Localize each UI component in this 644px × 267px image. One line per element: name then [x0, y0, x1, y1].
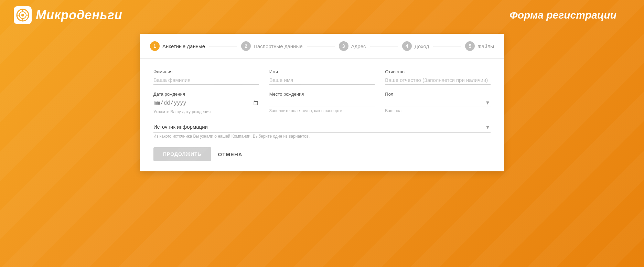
step-4[interactable]: 4 Доход: [402, 41, 429, 51]
step-connector-1: [209, 46, 237, 46]
row-birth: Дата рождения Укажите Вашу дату рождения…: [153, 92, 491, 114]
step-connector-3: [370, 46, 398, 46]
row-name: Фамилия Имя Отчество: [153, 69, 491, 85]
birth-place-label: Место рождения: [269, 92, 375, 97]
middle-name-input[interactable]: [385, 76, 491, 85]
birth-date-hint: Укажите Вашу дату рождения: [153, 109, 259, 114]
gender-hint: Ваш пол: [385, 108, 491, 113]
logo-text: Микроденьги: [36, 8, 122, 22]
registration-form: 1 Анкетные данные 2 Паспортные данные 3 …: [140, 34, 504, 171]
step-5-number: 5: [465, 41, 475, 51]
step-3-label: Адрес: [351, 43, 366, 49]
birth-date-label: Дата рождения: [153, 92, 259, 97]
step-5[interactable]: 5 Файлы: [465, 41, 494, 51]
birth-place-input[interactable]: [269, 98, 375, 107]
step-4-number: 4: [402, 41, 412, 51]
page-title: Форма регистрации: [509, 9, 630, 21]
first-name-label: Имя: [269, 69, 375, 74]
buttons-row: ПРОДОЛЖИТЬ ОТМЕНА: [140, 139, 504, 161]
steps-bar: 1 Анкетные данные 2 Паспортные данные 3 …: [140, 34, 504, 59]
source-row: Источник информации Интернет Реклама Зна…: [153, 121, 491, 139]
step-1-number: 1: [150, 41, 160, 51]
birth-date-group: Дата рождения Укажите Вашу дату рождения: [153, 92, 259, 114]
gender-select[interactable]: Мужской Женский: [385, 98, 491, 107]
cancel-button[interactable]: ОТМЕНА: [218, 151, 243, 157]
form-body: Фамилия Имя Отчество Дата рождения: [140, 59, 504, 139]
step-3[interactable]: 3 Адрес: [339, 41, 366, 51]
gender-label: Пол: [385, 92, 491, 97]
last-name-group: Фамилия: [153, 69, 259, 85]
birth-place-group: Место рождения Заполните поле точно, как…: [269, 92, 375, 114]
step-connector-4: [433, 46, 461, 46]
source-select-wrapper: Источник информации Интернет Реклама Зна…: [153, 121, 491, 133]
first-name-input[interactable]: [269, 76, 375, 85]
continue-button[interactable]: ПРОДОЛЖИТЬ: [153, 147, 211, 161]
info-source-select[interactable]: Источник информации Интернет Реклама Зна…: [153, 121, 491, 132]
step-connector-2: [307, 46, 335, 46]
middle-name-group: Отчество: [385, 69, 491, 85]
logo: Микроденьги: [14, 6, 122, 24]
first-name-group: Имя: [269, 69, 375, 85]
step-2[interactable]: 2 Паспортные данные: [241, 41, 302, 51]
step-3-number: 3: [339, 41, 348, 51]
step-2-label: Паспортные данные: [254, 43, 302, 49]
birth-date-wrapper: [153, 98, 259, 108]
step-2-number: 2: [241, 41, 251, 51]
gender-select-wrapper: Мужской Женский ▾: [385, 98, 491, 107]
logo-icon: [14, 6, 32, 24]
step-1[interactable]: 1 Анкетные данные: [150, 41, 205, 51]
birth-place-hint: Заполните поле точно, как в паспорте: [269, 108, 375, 113]
source-hint: Из какого источника Вы узнали о нашей Ко…: [153, 134, 310, 139]
last-name-input[interactable]: [153, 76, 259, 85]
gender-group: Пол Мужской Женский ▾ Ваш пол: [385, 92, 491, 114]
step-1-label: Анкетные данные: [162, 43, 205, 49]
last-name-label: Фамилия: [153, 69, 259, 74]
middle-name-label: Отчество: [385, 69, 491, 74]
step-4-label: Доход: [415, 43, 429, 49]
step-5-label: Файлы: [477, 43, 494, 49]
birth-date-input[interactable]: [153, 98, 259, 108]
svg-point-2: [21, 14, 24, 17]
